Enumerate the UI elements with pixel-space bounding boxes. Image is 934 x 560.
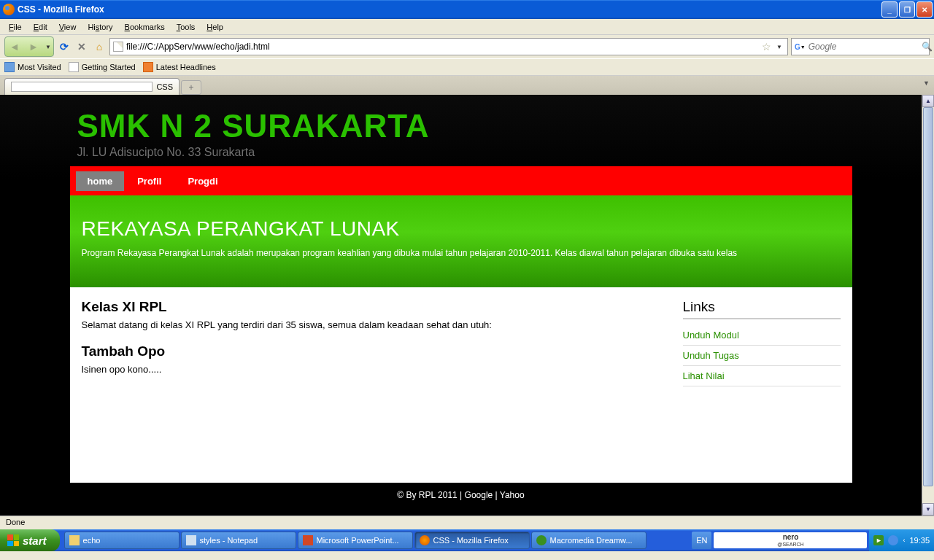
task-firefox[interactable]: CSS - Mozilla Firefox: [414, 532, 530, 549]
page-icon: [113, 42, 123, 52]
taskbar: start echo styles - Notepad Microsoft Po…: [0, 529, 934, 551]
bookmark-latest-headlines[interactable]: Latest Headlines: [143, 62, 216, 72]
history-dropdown[interactable]: ▼: [43, 44, 53, 50]
task-echo[interactable]: echo: [64, 532, 180, 549]
tab-active[interactable]: CSS: [4, 78, 180, 95]
rss-icon: [143, 62, 153, 72]
back-forward-group: ◄ ► ▼: [4, 36, 54, 57]
page-content: SMK N 2 SURAKARTA Jl. LU Adisucipto No. …: [0, 95, 922, 516]
window-titlebar: CSS - Mozilla Firefox _ ❐ ✕: [0, 0, 934, 19]
home-button[interactable]: ⌂: [92, 39, 107, 54]
bookmark-getting-started[interactable]: Getting Started: [69, 62, 136, 72]
maximize-button[interactable]: ❐: [899, 1, 915, 18]
menu-file[interactable]: File: [3, 21, 28, 33]
site-footer: © By RPL 2011 | Google | Yahoo: [70, 483, 852, 508]
article-heading-1: Kelas XI RPL: [82, 299, 668, 315]
page-icon: [69, 62, 79, 72]
tray-expand-icon[interactable]: ►: [873, 535, 884, 545]
reload-button[interactable]: ⟳: [57, 39, 72, 54]
bookmark-most-visited[interactable]: Most Visited: [4, 62, 61, 72]
menu-help[interactable]: Help: [201, 21, 229, 33]
scroll-thumb[interactable]: [923, 107, 933, 486]
address-bar[interactable]: ☆ ▼: [109, 38, 788, 55]
status-bar: Done: [0, 516, 934, 529]
google-icon[interactable]: G▼: [795, 41, 806, 52]
article-heading-2: Tambah Opo: [82, 343, 668, 359]
start-button[interactable]: start: [0, 529, 60, 551]
hero-title: REKAYASA PERANGKAT LUNAK: [82, 217, 841, 241]
tray-chevron-icon[interactable]: ‹: [903, 537, 905, 544]
task-buttons: echo styles - Notepad Microsoft PowerPoi…: [60, 529, 692, 551]
menu-bar: File Edit View History Bookmarks Tools H…: [0, 19, 934, 35]
tab-bar: CSS + ▼: [0, 76, 934, 95]
scroll-down-arrow[interactable]: ▼: [922, 503, 934, 516]
site-title: SMK N 2 SURAKARTA: [77, 108, 845, 144]
content-section: Kelas XI RPL Selamat datang di kelas XI …: [70, 287, 852, 483]
task-dreamweaver[interactable]: Macromedia Dreamw...: [531, 532, 647, 549]
nav-home[interactable]: home: [76, 171, 125, 191]
menu-bookmarks[interactable]: Bookmarks: [119, 21, 171, 33]
stop-button[interactable]: ✕: [74, 39, 89, 54]
site-nav: home Profil Progdi: [70, 166, 852, 195]
search-box[interactable]: G▼ 🔍: [791, 38, 930, 55]
minimize-button[interactable]: _: [881, 1, 898, 18]
site-subtitle: Jl. LU Adisucipto No. 33 Surakarta: [77, 146, 845, 159]
close-button[interactable]: ✕: [916, 1, 933, 18]
menu-history[interactable]: History: [82, 21, 118, 33]
windows-logo-icon: [7, 534, 19, 546]
sidebar-column: Links Unduh Modul Unduh Tugas Lihat Nila…: [683, 299, 841, 471]
window-title: CSS - Mozilla Firefox: [18, 4, 881, 15]
folder-icon: [69, 535, 80, 545]
vertical-scrollbar[interactable]: ▲ ▼: [922, 95, 934, 516]
menu-view[interactable]: View: [53, 21, 82, 33]
scroll-up-arrow[interactable]: ▲: [922, 95, 934, 107]
new-tab-button[interactable]: +: [181, 80, 201, 95]
hero-description: Program Rekayasa Perangkat Lunak adalah …: [82, 248, 841, 258]
sidebar-link-2[interactable]: Unduh Tugas: [683, 346, 841, 366]
url-dropdown[interactable]: ▼: [774, 44, 784, 50]
back-button[interactable]: ◄: [5, 38, 24, 55]
menu-edit[interactable]: Edit: [28, 21, 53, 33]
tray-icon[interactable]: [888, 535, 898, 545]
task-powerpoint[interactable]: Microsoft PowerPoint...: [298, 532, 413, 549]
folder-icon: [4, 62, 15, 72]
status-text: Done: [6, 518, 25, 526]
bookmark-star-icon[interactable]: ☆: [762, 41, 771, 52]
firefox-icon: [420, 535, 430, 545]
dreamweaver-icon: [536, 535, 547, 545]
page-icon: [11, 82, 153, 92]
nero-search[interactable]: nero@SEARCH: [714, 532, 867, 548]
language-indicator[interactable]: EN: [692, 532, 711, 549]
article-text-2: Isinen opo kono.....: [82, 364, 668, 375]
url-input[interactable]: [126, 42, 759, 52]
navigation-toolbar: ◄ ► ▼ ⟳ ✕ ⌂ ☆ ▼ G▼ 🔍: [0, 35, 934, 58]
forward-button[interactable]: ►: [24, 38, 43, 55]
firefox-icon: [3, 4, 15, 15]
bookmarks-toolbar: Most Visited Getting Started Latest Head…: [0, 58, 934, 76]
notepad-icon: [186, 535, 196, 545]
main-column: Kelas XI RPL Selamat datang di kelas XI …: [82, 299, 683, 471]
tab-label: CSS: [156, 82, 173, 91]
search-input[interactable]: [808, 42, 919, 52]
task-notepad[interactable]: styles - Notepad: [181, 532, 296, 549]
sidebar-title: Links: [683, 299, 841, 319]
browser-viewport: SMK N 2 SURAKARTA Jl. LU Adisucipto No. …: [0, 95, 934, 516]
clock[interactable]: 19:35: [909, 536, 930, 545]
article-text-1: Selamat datang di kelas XI RPL yang terd…: [82, 319, 668, 330]
site-header: SMK N 2 SURAKARTA Jl. LU Adisucipto No. …: [70, 95, 852, 166]
nav-profil[interactable]: Profil: [124, 170, 174, 192]
tab-list-dropdown[interactable]: ▼: [923, 79, 930, 87]
menu-tools[interactable]: Tools: [171, 21, 201, 33]
system-tray: ► ‹ 19:35: [869, 529, 934, 551]
sidebar-link-3[interactable]: Lihat Nilai: [683, 366, 841, 386]
sidebar-link-1[interactable]: Unduh Modul: [683, 325, 841, 346]
search-icon[interactable]: 🔍: [922, 42, 933, 52]
nav-progdi[interactable]: Progdi: [174, 170, 231, 192]
powerpoint-icon: [303, 535, 313, 545]
hero-section: REKAYASA PERANGKAT LUNAK Program Rekayas…: [70, 195, 852, 287]
